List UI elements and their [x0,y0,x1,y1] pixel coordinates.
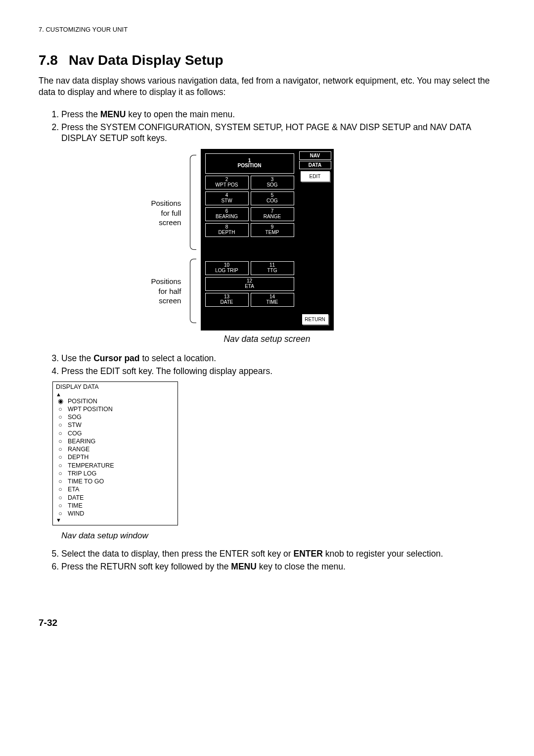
figure-1-caption: Nav data setup screen [39,333,495,345]
list-item[interactable]: ○COG [56,429,114,437]
display-data-list[interactable]: ◉POSITION○WPT POSITION○SOG○STW○COG○BEARI… [56,397,114,518]
step-5: Select the data to display, then press t… [61,548,495,560]
list-item-label: BEARING [65,437,114,445]
cell-4[interactable]: 4STW [205,191,249,205]
step-1-text-a: Press the [61,109,100,119]
cell-9-label: TEMP [251,230,294,236]
label-half-3: screen [159,296,181,305]
list-item-label: RANGE [65,445,114,453]
scroll-down-icon[interactable]: ▼ [56,518,175,523]
cell-12-num: 12 [206,279,294,284]
cell-1[interactable]: 1POSITION [205,153,294,174]
cell-10-num: 10 [206,263,248,268]
cell-5-num: 5 [251,193,294,198]
step-6-text-c: key to close the menu. [257,562,346,571]
radio-unselected-icon: ○ [56,494,65,502]
list-item[interactable]: ○ETA [56,485,114,493]
softkey-data[interactable]: DATA [299,161,331,169]
list-item[interactable]: ○TIME [56,502,114,510]
list-item[interactable]: ○DATE [56,494,114,502]
list-item[interactable]: ○TEMPERATURE [56,462,114,470]
radio-unselected-icon: ○ [56,502,65,510]
display-data-title: DISPLAY DATA [56,383,175,391]
radio-unselected-icon: ○ [56,453,65,461]
steps-list-lower: Select the data to display, then press t… [39,548,495,572]
cell-11-label: TTG [251,268,294,274]
cell-9-num: 9 [251,225,294,230]
softkey-edit[interactable]: EDIT [301,171,330,182]
softkey-return[interactable]: RETURN [302,314,328,325]
radio-unselected-icon: ○ [56,445,65,453]
list-item[interactable]: ○WIND [56,510,114,518]
cell-12[interactable]: 12ETA [205,277,294,291]
intro-paragraph: The nav data display shows various navig… [39,75,495,98]
figure-1-wrapper: Positions for full screen Positions for … [39,149,495,345]
step-1-bold: MENU [100,109,126,119]
softkey-column: NAV DATA EDIT RETURN [299,151,331,328]
step-3: Use the Cursor pad to select a location. [61,353,495,364]
cell-7[interactable]: 7RANGE [251,207,294,221]
section-title: Nav Data Display Setup [69,52,223,68]
steps-list-middle: Use the Cursor pad to select a location.… [39,353,495,377]
label-half-2: for half [159,287,181,295]
cell-2-num: 2 [206,177,248,183]
list-item[interactable]: ○RANGE [56,445,114,453]
step-1: Press the MENU key to open the main menu… [61,109,495,120]
page-header: 7. CUSTOMIZING YOUR UNIT [39,26,495,34]
list-item[interactable]: ○STW [56,421,114,429]
list-item-label: WIND [65,510,114,518]
step-2: Press the SYSTEM CONFIGURATION, SYSTEM S… [61,122,495,144]
cell-10[interactable]: 10LOG TRIP [205,261,249,275]
cell-13[interactable]: 13DATE [205,293,249,307]
list-item[interactable]: ○SOG [56,413,114,421]
step-5-text-c: knob to register your selection. [323,549,443,559]
figure-1: Positions for full screen Positions for … [201,149,334,331]
screen-inner: 1POSITION 2WPT POS 3SOG 4STW 5COG 6BEARI… [202,150,333,330]
label-full-2: for full [161,209,181,217]
softkey-nav[interactable]: NAV [299,151,331,160]
list-item[interactable]: ○TIME TO GO [56,477,114,485]
list-item[interactable]: ○WPT POSITION [56,405,114,413]
step-3-text-a: Use the [61,353,93,363]
cell-4-num: 4 [206,193,248,198]
cell-9[interactable]: 9TEMP [251,223,294,237]
cell-3-num: 3 [251,177,294,183]
radio-unselected-icon: ○ [56,462,65,470]
step-5-text-a: Select the data to display, then press t… [61,549,294,559]
radio-unselected-icon: ○ [56,470,65,477]
list-item[interactable]: ◉POSITION [56,397,114,405]
cell-8[interactable]: 8DEPTH [205,223,249,237]
cell-14[interactable]: 14TIME [251,293,294,307]
steps-list-upper: Press the MENU key to open the main menu… [39,109,495,144]
scroll-up-icon[interactable]: ▲ [56,392,175,397]
list-item-label: COG [65,429,114,437]
list-item[interactable]: ○TRIP LOG [56,470,114,477]
radio-selected-icon: ◉ [56,397,65,405]
cell-6-num: 6 [206,209,248,214]
radio-unselected-icon: ○ [56,429,65,437]
radio-unselected-icon: ○ [56,485,65,493]
list-item-label: ETA [65,485,114,493]
cell-3[interactable]: 3SOG [251,176,294,189]
cell-12-label: ETA [206,284,294,289]
cell-10-label: LOG TRIP [206,268,248,274]
figure-2-caption: Nav data setup window [61,530,495,541]
section-number: 7.8 [39,51,58,69]
cell-2[interactable]: 2WPT POS [205,176,249,189]
list-item[interactable]: ○DEPTH [56,453,114,461]
section-heading: 7.8Nav Data Display Setup [39,51,495,69]
step-4: Press the EDIT soft key. The following d… [61,366,495,377]
label-full-3: screen [159,218,181,227]
label-full-1: Positions [151,199,181,207]
page-number: 7-32 [39,617,495,629]
cell-11[interactable]: 11TTG [251,261,294,275]
step-3-text-c: to select a location. [140,353,217,363]
list-item-label: TIME TO GO [65,477,114,485]
list-item[interactable]: ○BEARING [56,437,114,445]
cell-5[interactable]: 5COG [251,191,294,205]
radio-unselected-icon: ○ [56,510,65,518]
list-item-label: STW [65,421,114,429]
cell-2-label: WPT POS [206,183,248,188]
group-gap [205,239,294,261]
cell-6[interactable]: 6BEARING [205,207,249,221]
